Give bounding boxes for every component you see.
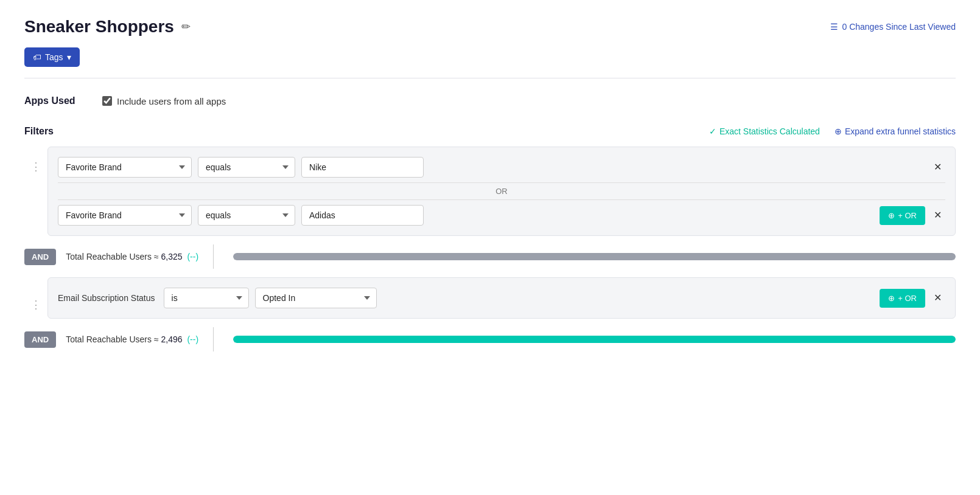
remove-row-1-button[interactable]: ✕	[930, 160, 945, 175]
progress-bar-1	[233, 253, 956, 260]
reachable-count-1: 6,325	[161, 252, 182, 261]
tags-button[interactable]: 🏷 Tags ▾	[24, 47, 80, 67]
expand-funnel-label: Expand extra funnel statistics	[845, 126, 956, 136]
drag-handle-2[interactable]: ⋮	[24, 285, 47, 311]
add-or-button-1[interactable]: ⊕ + OR	[880, 206, 925, 225]
title-group: Sneaker Shoppers ✏	[24, 17, 191, 36]
and-row-2: AND Total Reachable Users ≈ 2,496 (--)	[24, 327, 956, 351]
plus-icon: ⊕	[888, 211, 895, 220]
condition-select-1[interactable]: equals	[198, 157, 295, 178]
or-button-label: + OR	[898, 211, 917, 220]
include-all-apps-checkbox[interactable]	[102, 96, 112, 106]
or-divider-1: OR	[58, 182, 945, 200]
apps-used-label: Apps Used	[24, 95, 91, 106]
filter-group-1: ⋮ Favorite Brand equals ✕ OR	[24, 147, 956, 236]
checkmark-icon: ✓	[709, 126, 716, 136]
filter-group-2: ⋮ Email Subscription Status is Opted In …	[24, 277, 956, 319]
filter-row-2: Favorite Brand equals ⊕ + OR ✕	[58, 205, 945, 226]
tag-icon: 🏷	[33, 52, 41, 62]
filter-row-3: Email Subscription Status is Opted In ⊕ …	[58, 288, 945, 308]
and-row-1: AND Total Reachable Users ≈ 6,325 (--)	[24, 244, 956, 269]
reachable-text-1: Total Reachable Users ≈ 6,325 (--)	[66, 252, 198, 261]
plus-circle-icon: ⊕	[835, 126, 842, 136]
add-or-button-2[interactable]: ⊕ + OR	[880, 289, 925, 308]
progress-fill-2	[233, 336, 956, 343]
reachable-text-2: Total Reachable Users ≈ 2,496 (--)	[66, 334, 198, 344]
status-condition-select[interactable]: is	[164, 288, 249, 308]
vertical-bar-1	[213, 244, 214, 269]
exact-stats: ✓ Exact Statistics Calculated	[709, 126, 820, 136]
filter-row-1: Favorite Brand equals ✕	[58, 157, 945, 178]
remove-row-2-button[interactable]: ✕	[930, 208, 945, 223]
opted-select[interactable]: Opted In	[255, 288, 377, 308]
changes-label: 0 Changes Since Last Viewed	[842, 22, 956, 32]
plus-icon-2: ⊕	[888, 294, 895, 303]
filters-actions: ✓ Exact Statistics Calculated ⊕ Expand e…	[709, 126, 956, 136]
include-all-apps-text: Include users from all apps	[117, 96, 226, 106]
reachable-link-2[interactable]: (--)	[187, 334, 198, 344]
and-badge-1: AND	[24, 249, 56, 265]
value-input-1[interactable]	[301, 157, 424, 178]
filter-box-1: Favorite Brand equals ✕ OR Favorite Bran…	[47, 147, 956, 236]
reachable-link-1[interactable]: (--)	[187, 252, 198, 261]
changes-link[interactable]: ☰ 0 Changes Since Last Viewed	[830, 22, 956, 32]
apps-used-row: Apps Used Include users from all apps	[24, 95, 956, 106]
chevron-down-icon: ▾	[67, 52, 71, 62]
header-divider	[24, 78, 956, 78]
filters-label: Filters	[24, 126, 54, 137]
field-select-2[interactable]: Favorite Brand	[58, 205, 192, 226]
page-title: Sneaker Shoppers	[24, 17, 174, 36]
progress-bar-2	[233, 336, 956, 343]
expand-funnel[interactable]: ⊕ Expand extra funnel statistics	[835, 126, 956, 136]
field-select-1[interactable]: Favorite Brand	[58, 157, 192, 178]
progress-fill-1	[233, 253, 956, 260]
filters-header: Filters ✓ Exact Statistics Calculated ⊕ …	[24, 126, 956, 137]
condition-select-2[interactable]: equals	[198, 205, 295, 226]
edit-icon[interactable]: ✏	[181, 20, 191, 33]
page-header: Sneaker Shoppers ✏ ☰ 0 Changes Since Las…	[24, 17, 956, 36]
filter-row-3-actions: ⊕ + OR ✕	[880, 289, 945, 308]
email-sub-label: Email Subscription Status	[58, 293, 155, 303]
and-badge-2: AND	[24, 331, 56, 348]
remove-row-3-button[interactable]: ✕	[930, 291, 945, 305]
value-input-2[interactable]	[301, 205, 424, 226]
vertical-bar-2	[213, 327, 214, 351]
exact-stats-label: Exact Statistics Calculated	[719, 126, 820, 136]
or-button-label-2: + OR	[898, 294, 917, 303]
filter-row-1-actions: ✕	[930, 160, 945, 175]
reachable-count-2: 2,496	[161, 334, 182, 344]
drag-handle-1[interactable]: ⋮	[24, 147, 47, 173]
filter-box-2: Email Subscription Status is Opted In ⊕ …	[47, 277, 956, 319]
list-icon: ☰	[830, 22, 838, 32]
include-all-apps-label[interactable]: Include users from all apps	[102, 96, 226, 106]
tags-button-label: Tags	[45, 52, 63, 62]
filters-section: Filters ✓ Exact Statistics Calculated ⊕ …	[24, 126, 956, 351]
filter-row-2-actions: ⊕ + OR ✕	[880, 206, 945, 225]
